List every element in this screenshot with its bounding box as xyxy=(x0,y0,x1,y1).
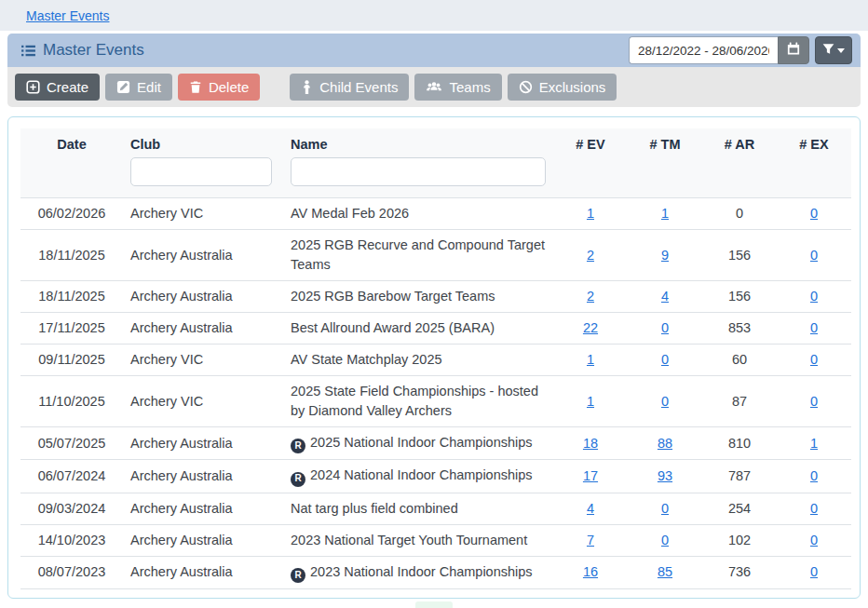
filter-icon xyxy=(822,42,834,59)
ev-count-link[interactable]: 16 xyxy=(583,564,598,579)
caret-down-icon xyxy=(837,48,845,53)
ev-count-link[interactable]: 1 xyxy=(587,206,594,221)
table-row[interactable]: 18/11/2025 Archery Australia 2025 RGB Ba… xyxy=(20,281,851,313)
event-club: Archery Australia xyxy=(123,493,283,524)
create-button[interactable]: Create xyxy=(15,74,100,101)
event-date: 17/11/2025 xyxy=(20,313,123,345)
ev-count-link[interactable]: 22 xyxy=(583,320,598,335)
ex-count-link[interactable]: 0 xyxy=(810,564,818,579)
table-row[interactable]: 06/02/2026 Archery VIC AV Medal Feb 2026… xyxy=(20,198,851,230)
exclusions-button[interactable]: Exclusions xyxy=(508,74,617,101)
pagination-next-button[interactable]: › xyxy=(456,601,494,608)
event-name: R2023 National Indoor Championships xyxy=(283,556,553,588)
filter-cell-ev xyxy=(553,155,628,198)
child-events-button[interactable]: Child Events xyxy=(290,74,409,101)
date-range-input[interactable] xyxy=(629,36,778,64)
event-club: Archery Australia xyxy=(123,524,283,556)
table-row[interactable]: 17/11/2025 Archery Australia Best Allrou… xyxy=(20,313,851,345)
event-club: Archery Australia xyxy=(123,427,283,460)
teams-button[interactable]: Teams xyxy=(414,74,501,101)
event-name-text: 2024 National Indoor Championships xyxy=(310,467,533,482)
tm-count-link[interactable]: 0 xyxy=(661,394,669,409)
filter-cell-name xyxy=(283,155,553,198)
ev-count-link[interactable]: 1 xyxy=(587,394,594,409)
tm-count-link[interactable]: 88 xyxy=(658,436,672,451)
table-row[interactable]: 18/11/2025 Archery Australia 2025 RGB Re… xyxy=(20,230,851,281)
event-ev-count: 17 xyxy=(553,460,628,493)
filter-dropdown-button[interactable] xyxy=(815,36,852,64)
event-name-text: Nat targ plus field combined xyxy=(291,501,458,516)
club-filter-input[interactable] xyxy=(130,157,272,186)
ev-count-link[interactable]: 2 xyxy=(587,248,594,263)
delete-button[interactable]: Delete xyxy=(178,74,260,101)
pagination-first-button[interactable]: « xyxy=(333,601,371,608)
calendar-button[interactable] xyxy=(778,36,809,64)
child-events-button-label: Child Events xyxy=(319,79,398,95)
ex-count-link[interactable]: 1 xyxy=(810,436,818,451)
event-ex-count: 0 xyxy=(777,345,851,376)
trash-icon xyxy=(189,80,202,94)
tm-count-link[interactable]: 9 xyxy=(661,248,669,263)
ex-count-link[interactable]: 0 xyxy=(810,289,818,304)
column-header-club: Club xyxy=(123,128,283,155)
event-ev-count: 7 xyxy=(553,524,628,556)
event-date: 09/11/2025 xyxy=(20,345,123,376)
event-tm-count: 0 xyxy=(628,313,702,345)
event-tm-count: 88 xyxy=(628,427,702,460)
table-row[interactable]: 11/10/2025 Archery VIC 2025 State Field … xyxy=(20,376,851,427)
event-name-text: 2023 National Indoor Championships xyxy=(310,564,533,579)
name-filter-input[interactable] xyxy=(291,157,546,186)
pagination: « ‹ 1 › » xyxy=(20,601,848,608)
table-row[interactable]: 06/07/2024 Archery Australia R2024 Natio… xyxy=(20,460,851,493)
pagination-prev-button[interactable]: ‹ xyxy=(374,601,412,608)
edit-button[interactable]: Edit xyxy=(105,74,172,101)
event-ex-count: 0 xyxy=(777,230,851,281)
event-ev-count: 22 xyxy=(553,313,628,345)
table-row[interactable]: 09/03/2024 Archery Australia Nat targ pl… xyxy=(20,493,851,524)
tm-count-link[interactable]: 93 xyxy=(658,468,672,483)
column-header-ex: # EX xyxy=(777,128,851,155)
ex-count-link[interactable]: 0 xyxy=(810,533,818,547)
teams-button-label: Teams xyxy=(449,79,490,95)
pagination-last-button[interactable]: » xyxy=(497,601,535,608)
person-icon xyxy=(301,80,313,94)
ex-count-link[interactable]: 0 xyxy=(810,468,818,483)
tm-count-link[interactable]: 85 xyxy=(658,564,672,579)
pagination-page-1[interactable]: 1 xyxy=(415,601,453,608)
ev-count-link[interactable]: 17 xyxy=(583,468,598,483)
table-row[interactable]: 09/11/2025 Archery VIC AV State Matchpla… xyxy=(20,345,851,376)
ex-count-link[interactable]: 0 xyxy=(810,248,818,263)
ex-count-link[interactable]: 0 xyxy=(810,206,818,221)
tm-count-link[interactable]: 1 xyxy=(661,206,669,221)
tm-count-link[interactable]: 0 xyxy=(661,533,669,547)
table-row[interactable]: 08/07/2023 Archery Australia R2023 Natio… xyxy=(20,556,851,588)
ex-count-link[interactable]: 0 xyxy=(810,394,818,409)
breadcrumb-link-master-events[interactable]: Master Events xyxy=(26,8,109,23)
event-tm-count: 93 xyxy=(628,460,702,493)
event-ar-count: 156 xyxy=(702,281,777,313)
tm-count-link[interactable]: 0 xyxy=(661,352,669,367)
ev-count-link[interactable]: 2 xyxy=(587,289,594,304)
event-date: 06/07/2024 xyxy=(20,460,123,493)
ev-count-link[interactable]: 4 xyxy=(587,501,594,516)
ex-count-link[interactable]: 0 xyxy=(810,352,818,367)
event-name-text: 2025 State Field Championships - hosted … xyxy=(291,384,538,418)
column-header-ar: # AR xyxy=(702,128,777,155)
event-club: Archery Australia xyxy=(123,556,283,588)
event-ar-count: 60 xyxy=(702,345,777,376)
event-ex-count: 0 xyxy=(777,376,851,427)
ex-count-link[interactable]: 0 xyxy=(810,320,818,335)
table-row[interactable]: 14/10/2023 Archery Australia 2023 Nation… xyxy=(20,524,851,556)
ex-count-link[interactable]: 0 xyxy=(810,501,818,516)
tm-count-link[interactable]: 4 xyxy=(661,289,669,304)
tm-count-link[interactable]: 0 xyxy=(661,320,669,335)
event-tm-count: 0 xyxy=(628,493,702,524)
tm-count-link[interactable]: 0 xyxy=(661,501,669,516)
ev-count-link[interactable]: 1 xyxy=(587,352,594,367)
event-ev-count: 2 xyxy=(553,281,628,313)
table-row[interactable]: 05/07/2025 Archery Australia R2025 Natio… xyxy=(20,427,851,460)
ev-count-link[interactable]: 18 xyxy=(583,436,598,451)
ev-count-link[interactable]: 7 xyxy=(587,533,594,547)
event-club: Archery Australia xyxy=(123,460,283,493)
event-date: 18/11/2025 xyxy=(20,281,123,313)
